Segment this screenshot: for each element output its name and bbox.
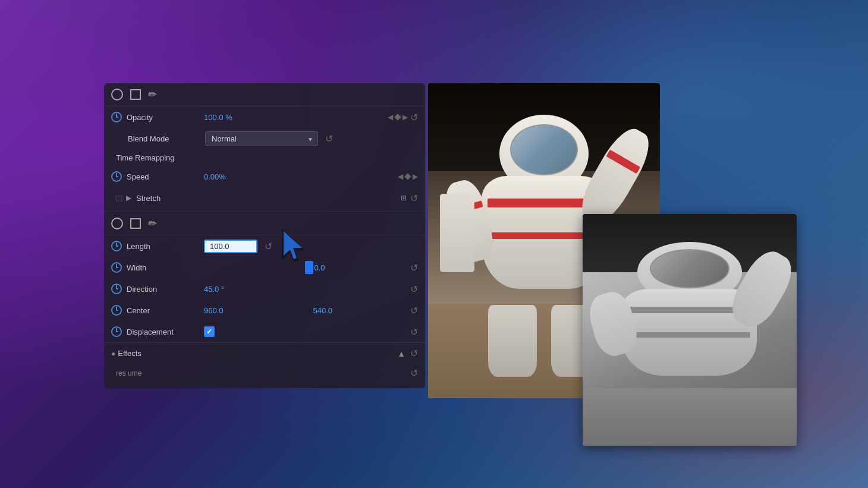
length-input[interactable]	[204, 240, 257, 253]
speed-controls: ◀ ▶	[398, 172, 418, 181]
stretch-list-icon[interactable]: ⊞	[401, 194, 407, 202]
center-y-value[interactable]: 540.0	[313, 306, 411, 315]
opacity-next-arrow[interactable]: ▶	[402, 113, 408, 121]
width-label: Width	[127, 263, 204, 272]
speed-label: Speed	[127, 172, 204, 181]
opacity-prev-arrow[interactable]: ◀	[388, 113, 393, 121]
divider-1	[104, 210, 425, 210]
stretch-reset-icon[interactable]: ↺	[410, 193, 418, 204]
shape-square-icon[interactable]	[130, 218, 141, 229]
blend-mode-select-wrapper[interactable]: Normal Multiply Screen Overlay	[205, 131, 318, 146]
width-row: Width 0.0 ↺	[104, 257, 425, 278]
bottom-row: res ume ↺	[104, 364, 425, 382]
width-value-num[interactable]: 0.0	[315, 263, 411, 272]
speed-clock-icon	[111, 171, 122, 182]
opacity-keyframe[interactable]	[394, 114, 401, 120]
length-row: Length ↺	[104, 235, 425, 257]
stretch-row: ⬚ ▶ Stretch ⊞ ↺	[104, 187, 425, 209]
opacity-reset-icon[interactable]: ↺	[410, 112, 418, 123]
blend-mode-label: Blend Mode	[128, 134, 205, 143]
effects-expand-btn[interactable]: ▲	[397, 349, 405, 358]
width-slider-handle[interactable]	[305, 261, 313, 274]
stretch-box-icon: ⬚	[116, 194, 122, 202]
opacity-clock-icon	[111, 112, 122, 122]
center-label: Center	[127, 306, 204, 315]
shape-toolbar: ✏	[104, 212, 425, 235]
length-clock-icon	[111, 241, 122, 251]
blend-reset-icon[interactable]: ↺	[325, 133, 333, 144]
displacement-row: Displacement ↺	[104, 321, 425, 342]
speed-keyframe[interactable]	[404, 173, 411, 180]
square-icon[interactable]	[130, 89, 141, 100]
circle-icon[interactable]	[111, 89, 123, 100]
effects-bullet: ●	[111, 350, 115, 358]
blend-mode-row: Blend Mode Normal Multiply Screen Overla…	[104, 128, 425, 150]
length-reset-icon[interactable]: ↺	[265, 241, 272, 252]
shape-pen-icon[interactable]: ✏	[148, 217, 157, 230]
displacement-clock-icon	[111, 326, 122, 337]
opacity-value[interactable]: 100.0 %	[204, 113, 388, 122]
displacement-checkbox[interactable]	[204, 326, 215, 337]
blend-mode-select[interactable]: Normal Multiply Screen Overlay	[205, 131, 318, 146]
toolbar-row-1: ✏	[104, 83, 425, 106]
stretch-label: Stretch	[136, 194, 401, 203]
main-container: ✏ Opacity 100.0 % ◀ ▶ ↺ Blend Mode Norma…	[0, 0, 868, 488]
bottom-text: res ume	[116, 369, 141, 377]
speed-row: Speed 0.00% ◀ ▶	[104, 166, 425, 187]
stretch-controls: ⊞ ↺	[401, 193, 418, 204]
effects-label: Effects	[118, 349, 141, 358]
time-remapping-label: Time Remapping	[116, 153, 175, 162]
center-clock-icon	[111, 305, 122, 316]
direction-clock-icon	[111, 284, 122, 294]
direction-reset-icon[interactable]: ↺	[410, 284, 418, 295]
svg-marker-1	[284, 231, 302, 259]
opacity-row: Opacity 100.0 % ◀ ▶ ↺	[104, 106, 425, 128]
stretch-arrow-icon: ▶	[126, 194, 131, 202]
time-remapping-header: Time Remapping	[104, 150, 425, 166]
displacement-label: Displacement	[127, 328, 204, 336]
length-label: Length	[127, 242, 204, 251]
center-row: Center 960.0 540.0 ↺	[104, 300, 425, 321]
direction-label: Direction	[127, 285, 204, 294]
pen-icon[interactable]: ✏	[148, 88, 157, 101]
width-reset-icon[interactable]: ↺	[410, 262, 418, 273]
speed-next-arrow[interactable]: ▶	[413, 172, 418, 181]
bottom-reset-icon[interactable]: ↺	[410, 367, 418, 379]
displacement-reset-icon[interactable]: ↺	[410, 326, 418, 338]
speed-prev-arrow[interactable]: ◀	[398, 172, 403, 181]
opacity-controls: ◀ ▶ ↺	[388, 112, 418, 123]
center-x-value[interactable]: 960.0	[204, 306, 301, 315]
direction-row: Direction 45.0 ° ↺	[104, 278, 425, 300]
speed-value[interactable]: 0.00%	[204, 172, 398, 181]
center-reset-icon[interactable]: ↺	[410, 305, 418, 316]
properties-panel: ✏ Opacity 100.0 % ◀ ▶ ↺ Blend Mode Norma…	[104, 83, 425, 388]
effects-row[interactable]: ● Effects ▲ ↺	[104, 342, 425, 364]
width-clock-icon	[111, 262, 122, 273]
opacity-label: Opacity	[127, 113, 204, 122]
shape-circle-icon[interactable]	[111, 218, 123, 229]
effects-reset-icon[interactable]: ↺	[410, 348, 418, 359]
direction-value[interactable]: 45.0 °	[204, 285, 410, 294]
